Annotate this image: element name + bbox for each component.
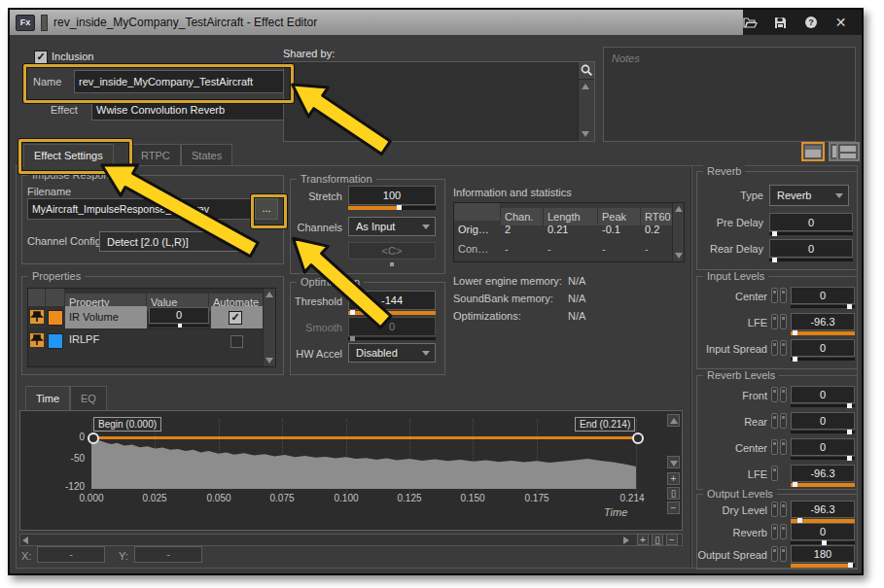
output-reverb-slider[interactable] (791, 541, 855, 544)
reverb-front-field[interactable]: 0 (791, 386, 855, 403)
input-spread-slider[interactable] (791, 358, 855, 361)
reverb-lfe-slider[interactable] (791, 483, 855, 487)
zoom-in-button[interactable]: + (637, 534, 649, 545)
reverb-center-field[interactable]: 0 (791, 438, 855, 456)
output-spread-field[interactable]: 180 (791, 545, 855, 563)
rtpc-indicator-icon[interactable] (771, 340, 778, 356)
input-lfe-field[interactable]: -96.3 (791, 313, 855, 330)
selection-line[interactable] (91, 436, 636, 439)
tab-states[interactable]: States (181, 144, 232, 166)
rtpc-indicator-icon[interactable] (771, 524, 778, 539)
scroll-up-icon[interactable] (265, 292, 273, 297)
reverb-type-dropdown[interactable]: Reverb (769, 185, 849, 206)
rtpc-indicator-icon[interactable] (771, 314, 778, 329)
automate-checkbox-checked[interactable] (229, 311, 242, 325)
rtpc-indicator-icon[interactable] (780, 314, 787, 329)
scroll-right-icon[interactable] (623, 536, 629, 544)
rtpc-indicator-icon[interactable] (771, 413, 778, 429)
info-scrollbar[interactable] (672, 203, 684, 261)
scroll-down-icon[interactable] (582, 131, 589, 137)
output-reverb-field[interactable]: 0 (791, 523, 855, 540)
begin-marker-label[interactable]: Begin (0.000) (93, 417, 161, 432)
layout-split-vertical-button[interactable] (829, 142, 852, 161)
layout-split-horizontal-button[interactable] (836, 142, 860, 161)
reverb-lfe-field[interactable]: -96.3 (791, 465, 855, 482)
shared-by-list[interactable] (283, 61, 595, 142)
rtpc-indicator-icon[interactable] (771, 387, 778, 402)
threshold-field[interactable]: -144 (348, 291, 436, 310)
name-input[interactable]: rev_inside_MyCompany_TestAircraft (74, 70, 286, 93)
pre-delay-field[interactable]: 0 (769, 213, 853, 231)
tab-time[interactable]: Time (25, 386, 70, 410)
rtpc-indicator-icon[interactable] (771, 466, 778, 481)
scroll-up-button[interactable] (667, 414, 680, 427)
fit-view-button[interactable]: ▯ (667, 487, 680, 500)
rtpc-indicator-icon[interactable] (780, 546, 787, 562)
open-folder-icon[interactable] (743, 15, 758, 30)
pin-icon[interactable] (30, 310, 44, 324)
end-marker-label[interactable]: End (0.214) (575, 417, 635, 432)
rear-delay-slider[interactable] (769, 259, 853, 261)
automate-checkbox-unchecked[interactable] (230, 335, 243, 348)
browse-button[interactable]: ... (255, 198, 278, 220)
input-center-slider[interactable] (791, 305, 855, 308)
rtpc-indicator-icon[interactable] (780, 524, 787, 539)
help-icon[interactable]: ? (803, 15, 818, 30)
effect-input[interactable]: Wwise Convolution Reverb (91, 99, 284, 121)
dry-level-slider[interactable] (791, 519, 855, 523)
inclusion-checkbox[interactable] (34, 51, 48, 64)
input-lfe-slider[interactable] (791, 331, 855, 335)
rtpc-indicator-icon[interactable] (780, 288, 787, 303)
waveform-panel[interactable]: 0 -50 -120 Begin (0.000) End (0.214) 0.0… (19, 410, 683, 531)
scroll-up-icon[interactable] (675, 206, 683, 212)
tab-eq[interactable]: EQ (70, 386, 107, 410)
rear-delay-field[interactable]: 0 (769, 239, 853, 258)
shared-by-scrollbar[interactable] (578, 62, 594, 141)
rtpc-indicator-icon[interactable] (771, 546, 778, 562)
rtpc-indicator-icon[interactable] (780, 340, 787, 356)
rtpc-indicator-icon[interactable] (771, 288, 778, 303)
pre-delay-slider[interactable] (769, 232, 853, 235)
input-center-field[interactable]: 0 (791, 287, 855, 304)
rtpc-indicator-icon[interactable] (780, 502, 787, 517)
rtpc-indicator-icon[interactable] (780, 387, 787, 402)
reverb-rear-field[interactable]: 0 (791, 412, 855, 430)
reverb-front-slider[interactable] (791, 404, 855, 407)
rtpc-indicator-icon[interactable] (780, 413, 787, 429)
c-button[interactable]: <C> (348, 242, 436, 259)
output-spread-slider[interactable] (791, 564, 855, 568)
smooth-field[interactable]: 0 (348, 317, 436, 336)
filename-input[interactable]: MyAircraft_ImpulseResponse_In....wav (27, 198, 253, 220)
property-value-field[interactable]: 0 (149, 307, 209, 324)
layout-single-button[interactable] (801, 142, 825, 161)
property-row-irlpf[interactable]: IRLPF (28, 329, 264, 352)
notes-box[interactable]: Notes (603, 47, 856, 142)
rtpc-indicator-icon[interactable] (780, 439, 787, 455)
threshold-slider[interactable] (348, 311, 436, 315)
begin-handle[interactable] (88, 432, 99, 444)
save-icon[interactable] (773, 15, 788, 30)
scroll-down-button[interactable] (667, 456, 680, 468)
rtpc-indicator-icon[interactable] (771, 502, 778, 517)
reverb-center-slider[interactable] (791, 457, 855, 460)
channel-config-dropdown[interactable]: Detect [2.0 (L,R)] (99, 231, 241, 252)
zoom-out-button[interactable]: − (667, 502, 680, 514)
input-spread-field[interactable]: 0 (791, 339, 855, 357)
property-row-ir-volume[interactable]: IR Volume 0 (28, 306, 264, 329)
horizontal-scrollbar[interactable]: + ▯ − (19, 534, 683, 546)
fit-view-button[interactable]: ▯ (652, 534, 663, 545)
channels-dropdown[interactable]: As Input (348, 217, 436, 236)
end-handle[interactable] (632, 432, 644, 444)
properties-scrollbar[interactable] (263, 289, 275, 366)
rtpc-indicator-icon[interactable] (771, 439, 778, 455)
reverb-rear-slider[interactable] (791, 431, 855, 433)
tab-effect-settings[interactable]: Effect Settings (23, 144, 114, 166)
scroll-left-icon[interactable] (22, 536, 28, 544)
scroll-down-icon[interactable] (265, 358, 273, 363)
stretch-field[interactable]: 100 (348, 186, 436, 205)
hw-accel-dropdown[interactable]: Disabled (348, 343, 436, 363)
scroll-up-icon[interactable] (582, 84, 589, 89)
property-value-slider[interactable] (149, 325, 209, 327)
close-icon[interactable]: ✕ (833, 15, 848, 30)
scroll-down-icon[interactable] (675, 253, 683, 259)
